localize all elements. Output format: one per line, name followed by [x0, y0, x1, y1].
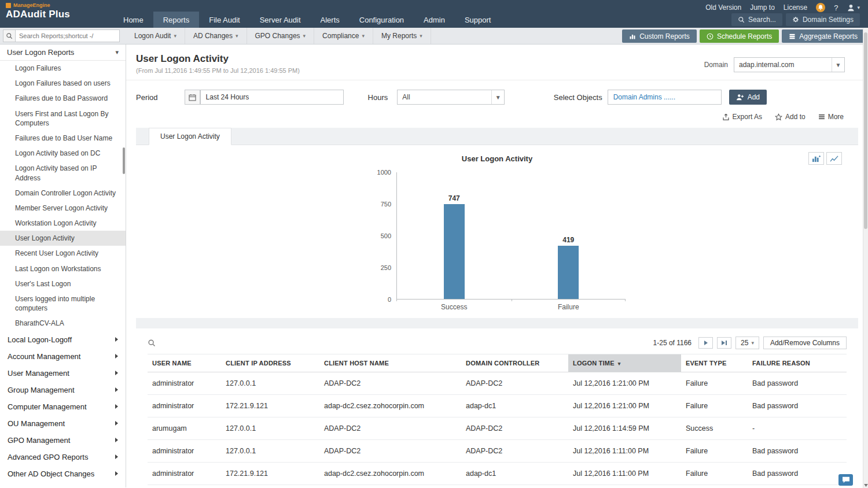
- custom-reports-button[interactable]: Custom Reports: [622, 29, 697, 43]
- sidebar-item-user-logon-activity[interactable]: User Logon Activity: [0, 231, 126, 246]
- sidebar-section-user-management[interactable]: User Management: [0, 365, 126, 382]
- column-header-failure-reason[interactable]: FAILURE REASON: [748, 354, 847, 372]
- global-search-button[interactable]: Search...: [731, 13, 782, 26]
- column-search-icon[interactable]: [148, 339, 156, 347]
- sidebar-item-logon-activity-based-on-dc[interactable]: Logon Activity based on DC: [0, 146, 126, 161]
- sidebar-item-recent-user-logon-activity[interactable]: Recent User Logon Activity: [0, 246, 126, 261]
- alert-bell-icon[interactable]: [816, 3, 825, 12]
- table-row[interactable]: administrator127.0.0.1ADAP-DC2ADAP-DC2Ju…: [148, 372, 847, 395]
- sidebar-item-user-s-last-logon[interactable]: User's Last Logon: [0, 276, 126, 291]
- column-header-client-ip-address[interactable]: CLIENT IP ADDRESS: [221, 354, 319, 372]
- nav-item-support[interactable]: Support: [455, 12, 501, 28]
- sort-caret-icon: ▾: [618, 361, 621, 367]
- nav-item-configuration[interactable]: Configuration: [350, 12, 414, 28]
- aggregate-reports-button[interactable]: Aggregate Reports: [782, 29, 865, 43]
- table-cell: ADAP-DC2: [461, 372, 568, 395]
- next-page-button[interactable]: [698, 337, 713, 349]
- sidebar-item-member-server-logon-activity[interactable]: Member Server Logon Activity: [0, 201, 126, 216]
- column-header-user-name[interactable]: USER NAME: [148, 354, 221, 372]
- chat-feedback-button[interactable]: [838, 474, 853, 486]
- sidebar-section-account-management[interactable]: Account Management: [0, 348, 126, 365]
- menu-compliance[interactable]: Compliance▾: [314, 28, 373, 44]
- nav-item-home[interactable]: Home: [113, 12, 153, 28]
- scrollbar-thumb[interactable]: [864, 32, 867, 229]
- sidebar-item-users-first-and-last-logon-by-computers[interactable]: Users First and Last Logon By Computers: [0, 106, 126, 131]
- column-header-client-host-name[interactable]: CLIENT HOST NAME: [319, 354, 461, 372]
- menu-my-reports[interactable]: My Reports▾: [373, 28, 431, 44]
- sidebar-section-advanced-gpo-reports[interactable]: Advanced GPO Reports: [0, 449, 126, 465]
- sidebar-item-workstation-logon-activity[interactable]: Workstation Logon Activity: [0, 216, 126, 231]
- sidebar-item-users-logged-into-multiple-computers[interactable]: Users logged into multiple computers: [0, 291, 126, 316]
- sidebar-section-ou-management[interactable]: OU Management: [0, 415, 126, 432]
- table-row[interactable]: administrator172.21.9.121adap-dc2.csez.z…: [148, 463, 847, 485]
- chart-type-bar-button[interactable]: [808, 152, 824, 165]
- sidebar-item-logon-failures-based-on-users[interactable]: Logon Failures based on users: [0, 76, 126, 91]
- nav-item-file-audit[interactable]: File Audit: [199, 12, 249, 28]
- sidebar-section-group-management[interactable]: Group Management: [0, 382, 126, 398]
- sidebar-item-domain-controller-logon-activity[interactable]: Domain Controller Logon Activity: [0, 186, 126, 201]
- column-header-logon-time[interactable]: LOGON TIME▾: [568, 354, 681, 372]
- sidebar-section-configuration-auditing[interactable]: Configuration Auditing: [0, 482, 126, 487]
- chart-type-line-button[interactable]: [826, 152, 842, 165]
- table-cell: Jul 12,2016 1:14:59 PM: [568, 417, 681, 440]
- add-remove-columns-button[interactable]: Add/Remove Columns: [763, 337, 847, 349]
- tab-user-logon-activity[interactable]: User Logon Activity: [149, 128, 231, 145]
- nav-item-admin[interactable]: Admin: [414, 12, 455, 28]
- export-as-link[interactable]: Export As: [722, 113, 762, 121]
- help-icon[interactable]: ?: [834, 3, 838, 12]
- report-search-input[interactable]: [16, 29, 120, 42]
- sidebar-item-logon-activity-based-on-ip-address[interactable]: Logon Activity based on IP Address: [0, 161, 126, 185]
- table-cell: administrator: [148, 463, 221, 485]
- more-label: More: [828, 113, 844, 121]
- table-row[interactable]: administrator127.0.0.1ADAP-DC2ADAP-DC2Ju…: [148, 440, 847, 463]
- column-header-domain-controller[interactable]: DOMAIN CONTROLLER: [461, 354, 568, 372]
- last-page-icon: [722, 341, 727, 345]
- sidebar-section-gpo-management[interactable]: GPO Management: [0, 432, 126, 449]
- sidebar-group-user-logon-reports[interactable]: User Logon Reports ▾: [0, 45, 126, 61]
- sidebar-item-logon-failures[interactable]: Logon Failures: [0, 61, 126, 76]
- schedule-reports-button[interactable]: Schedule Reports: [700, 29, 779, 43]
- sidebar-item-last-logon-on-workstations[interactable]: Last Logon on Workstations: [0, 261, 126, 276]
- table-row[interactable]: administrator172.21.9.121adap-dc2.csez.z…: [148, 395, 847, 417]
- schedule-reports-label: Schedule Reports: [717, 32, 772, 40]
- domain-settings-button[interactable]: Domain Settings: [786, 13, 860, 26]
- sidebar-section-computer-management[interactable]: Computer Management: [0, 398, 126, 415]
- add-objects-button[interactable]: Add: [729, 90, 767, 105]
- search-icon[interactable]: [3, 29, 16, 42]
- column-header-event-type[interactable]: EVENT TYPE: [681, 354, 748, 372]
- sidebar-item-failures-due-to-bad-user-name[interactable]: Failures due to Bad User Name: [0, 131, 126, 146]
- page-scrollbar[interactable]: [863, 28, 868, 488]
- last-page-button[interactable]: [717, 337, 731, 349]
- menu-ad-changes[interactable]: AD Changes▾: [185, 28, 247, 44]
- nav-item-reports[interactable]: Reports: [153, 12, 200, 28]
- top-link-old-version[interactable]: Old Version: [705, 3, 741, 12]
- scrollbar-down-arrow[interactable]: [863, 482, 868, 488]
- bar-failure[interactable]: 419: [558, 246, 579, 299]
- domain-select[interactable]: adap.internal.com ▼: [734, 57, 845, 72]
- sidebar-item-failures-due-to-bad-password[interactable]: Failures due to Bad Password: [0, 91, 126, 106]
- page-size-select[interactable]: 25 ▾: [735, 337, 759, 349]
- select-objects-input[interactable]: [608, 90, 722, 105]
- table-row[interactable]: arumugam127.0.0.1ADAP-DC2ADAP-DC2Jul 12,…: [148, 417, 847, 440]
- sidebar-item-bharathcv-ala[interactable]: BharathCV-ALA: [0, 316, 126, 331]
- more-link[interactable]: More: [818, 113, 844, 121]
- menu-logon-audit[interactable]: Logon Audit▾: [126, 28, 185, 44]
- nav-item-alerts[interactable]: Alerts: [311, 12, 350, 28]
- add-to-link[interactable]: Add to: [775, 113, 806, 121]
- sidebar-scrollbar-thumb[interactable]: [123, 147, 125, 174]
- top-link-license[interactable]: License: [784, 3, 807, 12]
- nav-item-server-audit[interactable]: Server Audit: [250, 12, 311, 28]
- period-input[interactable]: [200, 90, 344, 105]
- app-logo[interactable]: ManageEngine ADAudit Plus: [6, 2, 70, 20]
- sidebar-section-other-ad-object-changes[interactable]: Other AD Object Changes: [0, 465, 126, 482]
- domain-label: Domain: [704, 61, 728, 69]
- calendar-icon[interactable]: [185, 90, 200, 105]
- sidebar-section-local-logon-logoff[interactable]: Local Logon-Logoff: [0, 331, 126, 348]
- bar-success[interactable]: 747: [444, 204, 465, 299]
- aggregate-reports-label: Aggregate Reports: [799, 32, 858, 40]
- top-link-jump-to[interactable]: Jump to: [750, 3, 775, 12]
- menu-gpo-changes[interactable]: GPO Changes▾: [247, 28, 315, 44]
- sidebar-section-label: Advanced GPO Reports: [8, 453, 88, 461]
- hours-select[interactable]: All ▼: [397, 90, 505, 105]
- user-account-menu[interactable]: ▾: [847, 3, 860, 12]
